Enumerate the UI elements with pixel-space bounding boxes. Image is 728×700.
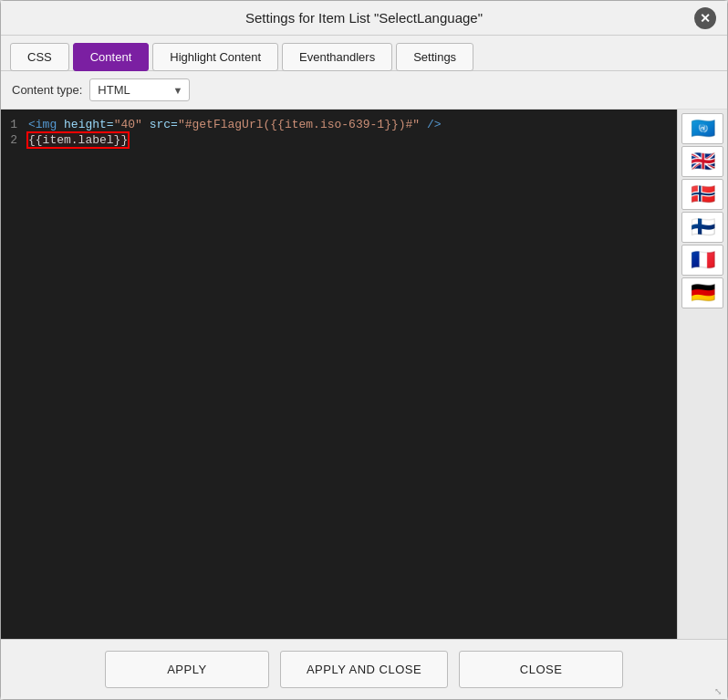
flag-fr[interactable]: 🇫🇷 — [681, 245, 723, 276]
footer-bar: APPLY APPLY AND CLOSE CLOSE — [1, 639, 727, 699]
content-type-select-wrapper: HTML Text Template ▼ — [89, 78, 190, 101]
line-number-1: 1 — [1, 118, 28, 131]
flag-fi[interactable]: 🇫🇮 — [681, 212, 723, 243]
flag-fr-icon: 🇫🇷 — [691, 248, 715, 272]
line-number-2: 2 — [1, 133, 28, 147]
flag-un-icon: 🇺🇳 — [691, 117, 715, 141]
content-type-bar: Content type: HTML Text Template ▼ — [1, 71, 727, 110]
flag-fi-icon: 🇫🇮 — [691, 215, 715, 239]
tab-highlight-content[interactable]: Highlight Content — [152, 43, 278, 71]
tab-content[interactable]: Content — [73, 43, 150, 71]
line-content-1: <img height="40" src="#getFlagUrl({{item… — [28, 118, 677, 131]
code-line-1: 1 <img height="40" src="#getFlagUrl({{it… — [1, 117, 677, 132]
flag-gb-icon: 🇬🇧 — [691, 150, 715, 173]
close-button[interactable]: CLOSE — [459, 651, 623, 688]
title-bar: Settings for Item List "SelectLanguage" … — [1, 1, 727, 36]
tabs-bar: CSS Content Highlight Content Eventhandl… — [1, 36, 727, 71]
content-type-label: Content type: — [12, 83, 82, 97]
dialog-close-button[interactable]: ✕ — [694, 7, 716, 29]
flag-no[interactable]: 🇳🇴 — [681, 179, 723, 210]
code-editor[interactable]: 1 <img height="40" src="#getFlagUrl({{it… — [1, 110, 677, 639]
tab-settings[interactable]: Settings — [396, 43, 473, 71]
flag-de[interactable]: 🇩🇪 — [681, 277, 723, 308]
line-content-2: {{item.label}} — [28, 133, 677, 147]
code-line-2: 2 {{item.label}} — [1, 132, 677, 148]
flags-panel: 🇺🇳 🇬🇧 🇳🇴 🇫🇮 🇫🇷 🇩🇪 — [677, 110, 727, 639]
settings-dialog: Settings for Item List "SelectLanguage" … — [0, 0, 728, 700]
highlighted-template: {{item.label}} — [28, 133, 128, 147]
apply-close-button[interactable]: APPLY AND CLOSE — [280, 651, 448, 688]
content-type-select[interactable]: HTML Text Template — [89, 78, 190, 101]
dialog-title: Settings for Item List "SelectLanguage" — [245, 10, 483, 26]
tab-eventhandlers[interactable]: Eventhandlers — [282, 43, 392, 71]
flag-un[interactable]: 🇺🇳 — [681, 113, 723, 144]
tab-css[interactable]: CSS — [10, 43, 69, 71]
apply-button[interactable]: APPLY — [105, 651, 269, 688]
resize-handle-icon[interactable]: ⤡ — [714, 686, 725, 697]
flag-de-icon: 🇩🇪 — [691, 281, 715, 305]
main-area: 1 <img height="40" src="#getFlagUrl({{it… — [1, 110, 727, 639]
flag-no-icon: 🇳🇴 — [691, 183, 715, 206]
flag-gb[interactable]: 🇬🇧 — [681, 146, 723, 177]
